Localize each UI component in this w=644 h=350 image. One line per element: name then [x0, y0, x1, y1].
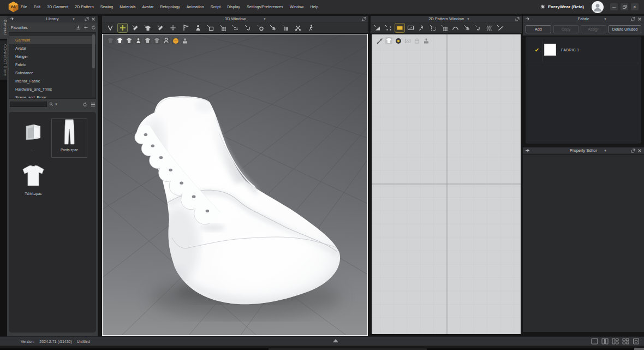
file-item-pants[interactable]: Pants.zpac	[51, 118, 87, 158]
tab-general[interactable]: General	[0, 16, 7, 39]
scissors-tool-icon[interactable]	[294, 23, 303, 32]
copy-fabric-button[interactable]: Copy	[553, 25, 579, 33]
menu-animation[interactable]: Animation	[183, 5, 207, 9]
podium-toggle-icon[interactable]	[422, 37, 430, 44]
texture-shirt-toggle-icon[interactable]	[126, 37, 133, 44]
hook-tool-icon[interactable]	[243, 23, 253, 32]
tab-connect-store[interactable]: CONNECT Store	[0, 40, 7, 80]
needle-toggle-icon[interactable]	[376, 37, 383, 44]
favorites-item-interior-fabric[interactable]: Interior_Fabric	[9, 77, 96, 85]
quad-view-icon[interactable]	[622, 338, 629, 345]
menu-sewing[interactable]: Sewing	[97, 5, 117, 9]
menu-edit[interactable]: Edit	[31, 5, 44, 9]
v-stitch-tool-icon[interactable]	[105, 23, 115, 32]
two-pane-icon[interactable]	[601, 338, 609, 345]
wind-tool-icon[interactable]	[231, 23, 240, 32]
yellow-rect-pattern-tool-icon[interactable]	[395, 23, 404, 32]
menu-help[interactable]: Help	[307, 5, 321, 9]
assign-fabric-button[interactable]: Assign	[581, 25, 606, 33]
menu-script[interactable]: Script	[207, 5, 224, 9]
pleats-tool-icon[interactable]	[485, 23, 494, 32]
transform-triangle-tool-icon[interactable]	[373, 23, 382, 32]
property-editor-caret[interactable]: ▼	[604, 149, 607, 152]
user-avatar[interactable]	[592, 1, 604, 13]
search-input[interactable]	[10, 102, 47, 107]
file-item-tshirt[interactable]: Tshirt.zpac	[15, 162, 51, 201]
pen-tool-icon[interactable]	[130, 23, 140, 32]
file-item-parent-folder[interactable]: ..	[15, 118, 51, 158]
favorites-item-fabric[interactable]: Fabric	[9, 61, 96, 69]
menu-window[interactable]: Window	[287, 5, 307, 9]
three-d-viewport[interactable]	[102, 34, 368, 336]
favorites-scrollbar-thumb[interactable]	[92, 34, 95, 68]
float-panel-icon[interactable]	[631, 149, 635, 153]
line-arrow-tool-icon[interactable]	[496, 23, 505, 32]
fabric-hand-toggle-icon[interactable]	[144, 37, 151, 44]
favorites-item-garment[interactable]: Garment	[9, 36, 96, 44]
reset-layout-icon[interactable]	[633, 338, 640, 345]
close-panel-icon[interactable]	[91, 17, 96, 21]
favorites-item-avatar[interactable]: Avatar	[9, 44, 96, 52]
add-icon[interactable]	[84, 25, 88, 30]
fabric-arrow-tool-icon[interactable]	[269, 23, 278, 32]
favorites-item-hardware-and-trims[interactable]: Hardware_and_Trims	[9, 85, 96, 93]
garment-select-tool-icon[interactable]	[143, 23, 152, 32]
minimize-button[interactable]: —	[610, 3, 618, 10]
white-shirt-toggle-icon[interactable]	[116, 37, 123, 44]
podium-toggle-icon[interactable]	[181, 37, 188, 44]
favorites-item-substance[interactable]: Substance	[9, 69, 96, 77]
refresh-files-icon[interactable]	[82, 102, 87, 107]
two-d-window-caret[interactable]: ▼	[467, 17, 470, 21]
white-shirt-toggle-icon[interactable]	[385, 37, 392, 44]
plus-cursor-tool-icon[interactable]	[118, 23, 127, 32]
one-plus-two-icon[interactable]	[612, 338, 619, 345]
ring-tool-icon[interactable]	[256, 23, 265, 32]
brand-badge[interactable]: EveryWear (Beta)	[540, 4, 584, 9]
close-button[interactable]: ✕	[631, 3, 639, 10]
dark-shirt-toggle-icon[interactable]	[107, 37, 114, 44]
grid-arrow-tool-icon[interactable]	[440, 23, 449, 32]
delete-unused-fabric-button[interactable]: Delete Unused	[609, 25, 641, 33]
search-options-caret[interactable]: ▼	[55, 103, 58, 106]
move-cross-tool-icon[interactable]	[168, 23, 177, 32]
favorites-item-scene-and-props[interactable]: Scene_and_Props	[9, 93, 96, 99]
three-d-window-caret[interactable]: ▼	[263, 17, 266, 21]
fabric-arrow-tool-icon[interactable]	[462, 23, 472, 32]
close-panel-icon[interactable]	[637, 17, 642, 21]
menu-3d-garment[interactable]: 3D Garment	[44, 5, 71, 9]
menu-materials[interactable]: Materials	[116, 5, 139, 9]
grid-arrow-tool-icon[interactable]	[218, 23, 228, 32]
float-panel-icon[interactable]	[85, 17, 89, 21]
bars-arrow-tool-icon[interactable]	[281, 23, 290, 32]
menu-2d-pattern[interactable]: 2D Pattern	[71, 5, 97, 9]
library-dropdown-caret[interactable]: ▼	[72, 17, 75, 21]
download-icon[interactable]	[76, 25, 81, 30]
hook-arrow-tool-icon[interactable]	[473, 23, 482, 32]
edit-points-tool-icon[interactable]	[384, 23, 393, 32]
view-mode-icon[interactable]	[91, 102, 96, 107]
walk-tool-icon[interactable]	[306, 23, 315, 32]
person-toggle-icon[interactable]	[135, 37, 142, 44]
menu-avatar[interactable]: Avatar	[139, 5, 157, 9]
box-arrow-tool-icon[interactable]	[206, 23, 215, 32]
pale-lock-toggle-icon[interactable]	[413, 37, 420, 44]
float-panel-icon[interactable]	[631, 17, 635, 21]
expand-statusbar-button[interactable]	[333, 339, 338, 342]
menu-display[interactable]: Display	[224, 5, 243, 9]
edit-pen-tool-icon[interactable]	[156, 23, 165, 32]
curve-tool-icon[interactable]	[451, 23, 460, 32]
flag-tool-icon[interactable]	[181, 23, 190, 32]
pale-box-toggle-icon[interactable]	[404, 37, 411, 44]
close-panel-icon[interactable]	[637, 149, 642, 153]
fabric-flat-toggle-icon[interactable]	[153, 37, 160, 44]
fabric-list-item[interactable]: ✔ FABRIC 1	[526, 40, 641, 60]
favorites-item-hanger[interactable]: Hanger	[9, 52, 96, 61]
float-panel-icon[interactable]	[515, 17, 520, 21]
orange-sphere-toggle-icon[interactable]	[172, 37, 179, 44]
screen-rect-tool-icon[interactable]	[406, 23, 415, 32]
refresh-icon[interactable]	[91, 25, 96, 30]
bust-toggle-icon[interactable]	[163, 37, 170, 44]
avatar-tool-icon[interactable]	[193, 23, 202, 32]
menu-file[interactable]: File	[17, 5, 31, 9]
restore-button[interactable]	[621, 3, 628, 10]
